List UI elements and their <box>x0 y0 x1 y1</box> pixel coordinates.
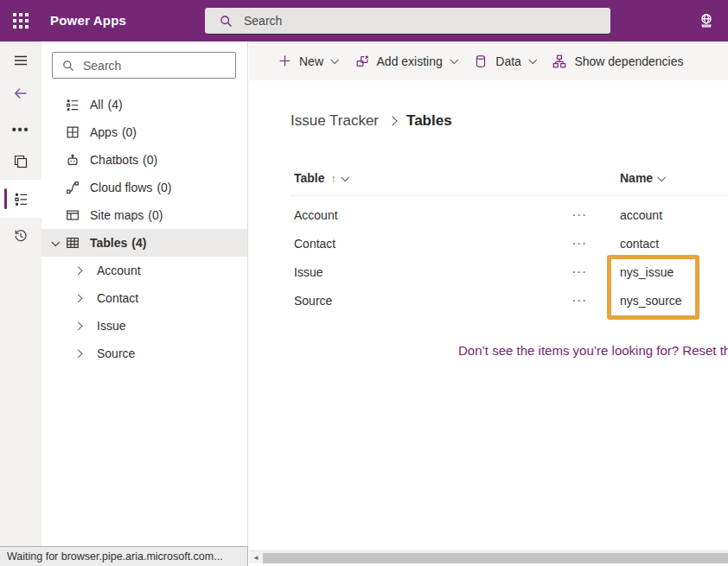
search-icon <box>219 14 233 29</box>
table-logical-name: nys_source <box>620 294 682 308</box>
history-nav-button[interactable] <box>0 219 42 253</box>
sidebar-item-label: Contact <box>97 291 138 305</box>
chevron-down-icon <box>529 55 537 63</box>
sidebar-item-count: (0) <box>143 153 157 167</box>
sidebar-item-table-contact[interactable]: Contact <box>42 284 247 312</box>
sidebar-item-tables[interactable]: Tables (4) <box>42 229 247 257</box>
sitemap-icon <box>65 207 80 223</box>
environment-globe-icon <box>697 11 716 30</box>
sidebar-item-count: (0) <box>148 208 163 222</box>
breadcrumb-current-page: Tables <box>406 112 452 130</box>
chatbot-icon <box>65 152 80 168</box>
sidebar-item-count: (0) <box>156 181 171 194</box>
horizontal-scrollbar[interactable]: ◄ <box>249 550 728 563</box>
data-button[interactable]: Data <box>473 54 535 69</box>
show-dependencies-button[interactable]: Show dependencies <box>552 54 683 69</box>
table-logical-name: nys_issue <box>620 265 674 279</box>
more-commands-icon[interactable]: ··· <box>572 265 588 278</box>
table-row-account[interactable]: Account ··· account <box>291 200 728 229</box>
sidebar-item-table-account[interactable]: Account <box>42 257 247 284</box>
sidebar-item-label: Account <box>97 264 141 277</box>
breadcrumb-solution-link[interactable]: Issue Tracker <box>291 112 379 130</box>
sidebar-search-box[interactable] <box>52 52 236 79</box>
sidebar-item-cloud-flows[interactable]: Cloud flows (0) <box>42 174 247 201</box>
apps-grid-icon <box>65 124 80 140</box>
hamburger-menu-button[interactable] <box>0 43 42 78</box>
table-row-contact[interactable]: Contact ··· contact <box>291 229 728 258</box>
sidebar-item-site-maps[interactable]: Site maps (0) <box>42 201 247 229</box>
grid-header-divider <box>291 195 728 196</box>
table-display-name[interactable]: Account <box>294 208 338 222</box>
left-icon-rail: ••• <box>0 41 42 566</box>
sort-ascending-icon: ↑ <box>331 172 337 185</box>
dependencies-icon <box>552 54 567 69</box>
history-icon <box>12 227 29 245</box>
table-logical-name: account <box>620 208 662 222</box>
sidebar-item-label: Site maps <box>90 208 144 222</box>
global-search-input[interactable] <box>244 14 572 28</box>
scrollbar-thumb[interactable] <box>263 553 728 563</box>
data-button-label: Data <box>495 54 521 68</box>
chevron-right-icon <box>73 294 81 302</box>
more-rail-items-button[interactable]: ••• <box>0 112 42 147</box>
table-display-name[interactable]: Issue <box>294 265 322 279</box>
table-icon <box>65 235 80 251</box>
sidebar-item-label: Apps <box>90 125 118 139</box>
reset-filters-link[interactable]: Don’t see the items you’re looking for? … <box>458 343 728 360</box>
chevron-right-icon <box>73 321 81 329</box>
show-dependencies-label: Show dependencies <box>574 54 683 68</box>
new-button[interactable]: New <box>278 54 338 68</box>
back-arrow-icon <box>12 85 29 102</box>
pages-nav-button[interactable] <box>0 144 42 179</box>
sidebar-item-count: (4) <box>131 236 146 250</box>
sidebar-item-count: (0) <box>122 125 137 139</box>
chevron-right-icon <box>73 266 81 274</box>
app-launcher-button[interactable] <box>0 0 42 41</box>
table-display-name[interactable]: Contact <box>294 237 335 251</box>
back-button[interactable] <box>0 76 42 111</box>
sidebar-item-table-issue[interactable]: Issue <box>42 312 247 340</box>
sidebar-item-label: Issue <box>97 319 125 333</box>
environment-button[interactable] <box>690 7 723 35</box>
add-existing-icon <box>354 54 370 69</box>
list-icon <box>65 97 80 112</box>
more-commands-icon[interactable]: ··· <box>572 208 588 221</box>
sidebar-search-input[interactable] <box>83 59 221 73</box>
breadcrumb-chevron-icon <box>387 116 397 125</box>
add-existing-button[interactable]: Add existing <box>354 54 457 69</box>
sidebar-nav: All (4) Apps (0) <box>42 91 247 367</box>
scroll-left-arrow-icon[interactable]: ◄ <box>249 554 263 562</box>
global-search-box[interactable] <box>205 8 610 34</box>
chevron-down-icon <box>51 238 59 245</box>
sidebar-item-count: (4) <box>108 98 123 111</box>
more-commands-icon[interactable]: ··· <box>572 294 588 307</box>
waffle-icon <box>13 13 29 29</box>
sidebar-item-label: All <box>90 98 104 111</box>
sidebar-item-all[interactable]: All (4) <box>42 91 247 118</box>
ellipsis-icon: ••• <box>12 125 30 134</box>
sidebar-item-table-source[interactable]: Source <box>42 340 247 367</box>
chevron-down-icon <box>342 173 349 181</box>
column-header-table[interactable]: Table ↑ <box>294 171 348 185</box>
app-header: Power Apps <box>0 0 728 41</box>
sidebar-item-label: Source <box>97 347 135 360</box>
solution-objects-nav-button[interactable] <box>0 180 42 218</box>
sidebar-item-apps[interactable]: Apps (0) <box>42 118 247 146</box>
sidebar-item-chatbots[interactable]: Chatbots (0) <box>42 146 247 174</box>
table-display-name[interactable]: Source <box>294 294 332 308</box>
column-header-name[interactable]: Name <box>620 171 665 185</box>
chevron-down-icon <box>450 55 457 63</box>
app-title: Power Apps <box>50 0 126 41</box>
more-commands-icon[interactable]: ··· <box>572 237 588 250</box>
table-row-issue[interactable]: Issue ··· nys_issue <box>291 258 728 286</box>
solution-sidebar: All (4) Apps (0) <box>42 41 248 566</box>
column-header-label: Table <box>294 171 325 185</box>
table-logical-name: contact <box>620 237 659 251</box>
cloud-flow-icon <box>65 180 80 195</box>
chevron-right-icon <box>73 349 81 357</box>
sidebar-item-label: Cloud flows <box>90 181 152 194</box>
tree-view-icon <box>12 190 29 207</box>
table-row-source[interactable]: Source ··· nys_source <box>291 286 728 315</box>
add-existing-label: Add existing <box>377 54 443 68</box>
pages-icon <box>12 153 29 170</box>
